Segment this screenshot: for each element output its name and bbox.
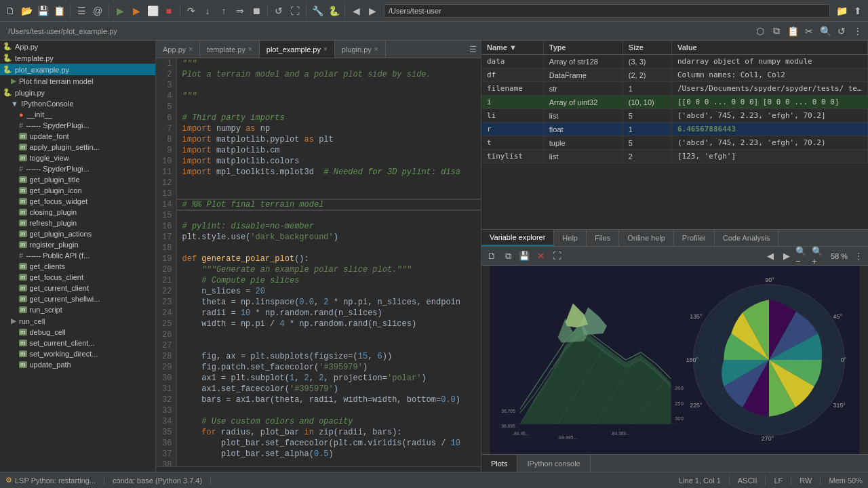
editor-tab-template_py[interactable]: template.py× [200, 41, 260, 58]
upload-icon[interactable]: ⬆ [850, 3, 865, 18]
plot-close-icon[interactable]: ✕ [533, 249, 548, 264]
step-over-icon[interactable]: ↷ [184, 3, 199, 18]
sidebar-item[interactable]: 🐍template.py [0, 52, 155, 64]
sidebar-item[interactable]: mrun_script [0, 304, 155, 315]
col-value[interactable]: Value [671, 41, 867, 55]
panel-tab-profiler[interactable]: Profiler [674, 230, 715, 246]
variable-row[interactable]: filenamestr1/Users/Documents/spyder/spyd… [481, 82, 868, 96]
col-size[interactable]: Size [623, 41, 671, 55]
refresh-icon[interactable]: ↺ [834, 24, 849, 39]
stop-icon[interactable]: ⏹ [249, 3, 264, 18]
sidebar-item[interactable]: mrefresh_plugin [0, 218, 155, 228]
search-icon[interactable]: 🔍 [818, 24, 833, 39]
tabs-menu-button[interactable]: ☰ [465, 41, 481, 58]
sidebar-item[interactable]: mget_focus_widget [0, 196, 155, 207]
rw-status[interactable]: RW [800, 476, 812, 485]
sidebar-item[interactable]: mset_working_direct... [0, 348, 155, 359]
col-type[interactable]: Type [543, 41, 623, 55]
plot-next-icon[interactable]: ▶ [779, 249, 794, 264]
sidebar-item[interactable]: mget_plugin_title [0, 174, 155, 185]
back-icon[interactable]: ◀ [349, 3, 363, 18]
tab-close-icon[interactable]: × [323, 45, 328, 53]
copy-icon[interactable]: ⧉ [769, 24, 784, 39]
folder-icon[interactable]: 📁 [834, 3, 849, 18]
sidebar-item[interactable]: mdebug_cell [0, 327, 155, 338]
maximize2-icon[interactable]: ⛶ [288, 3, 302, 18]
sidebar-item[interactable]: 🐍plugin.py [0, 87, 155, 98]
sidebar-item[interactable]: mget_current_client [0, 283, 155, 293]
panel-tab-help[interactable]: Help [554, 230, 587, 246]
editor-tab-App_py[interactable]: App.py× [156, 41, 200, 58]
paste-icon[interactable]: 📋 [785, 24, 800, 39]
tab-close-icon[interactable]: × [189, 45, 193, 53]
at-icon[interactable]: @ [90, 3, 105, 18]
sidebar-item[interactable]: ▶Plot final terrain model [0, 75, 155, 87]
lf-status[interactable]: LF [774, 476, 783, 485]
bottom-tab-plots[interactable]: Plots [481, 455, 517, 472]
panel-tab-files[interactable]: Files [587, 230, 619, 246]
forward-icon[interactable]: ▶ [365, 3, 380, 18]
sidebar-item[interactable]: mregister_plugin [0, 239, 155, 250]
sidebar-item[interactable]: #------ SpyderPlugi... [0, 120, 155, 131]
plot-prev-icon[interactable]: ◀ [763, 249, 778, 264]
tab-close-icon[interactable]: × [374, 45, 378, 53]
list-icon[interactable]: ☰ [74, 3, 89, 18]
sidebar-item[interactable]: mget_plugin_icon [0, 185, 155, 196]
new-pane-icon[interactable]: ⬡ [753, 24, 768, 39]
stop-debug-icon[interactable]: ■ [161, 3, 176, 18]
sidebar-item[interactable]: mget_clients [0, 261, 155, 272]
horiz-scrollbar[interactable] [156, 466, 481, 472]
variable-row[interactable]: dataArray of str128(3, 3)ndarray object … [481, 55, 868, 68]
sidebar-item[interactable]: mget_focus_client [0, 272, 155, 283]
step-out-icon[interactable]: ↑ [216, 3, 231, 18]
sidebar-item[interactable]: 🐍App.py [0, 41, 155, 52]
play-icon[interactable]: ▶ [113, 3, 127, 18]
zoom-out-icon[interactable]: 🔍− [795, 249, 810, 264]
settings-icon[interactable]: 🔧 [310, 3, 325, 18]
sidebar-item[interactable]: mget_current_shellwi... [0, 293, 155, 304]
panel-tab-code-analysis[interactable]: Code Analysis [715, 230, 779, 246]
plot-new-icon[interactable]: 🗋 [484, 249, 499, 264]
plot-copy-icon[interactable]: ⧉ [500, 249, 515, 264]
variable-row[interactable]: dfDataFrame(2, 2)Column names: Col1, Col… [481, 68, 868, 82]
save-icon[interactable]: 💾 [35, 3, 50, 18]
variable-row[interactable]: ttuple5('abcd', 745, 2.23, 'efgh', 70.2) [481, 136, 868, 150]
variable-row[interactable]: lilist5['abcd', 745, 2.23, 'efgh', 70.2] [481, 109, 868, 123]
editor-tab-plugin_py[interactable]: plugin.py× [335, 41, 386, 58]
sidebar-item[interactable]: #------ SpyderPlugi... [0, 163, 155, 174]
zoom-in-icon[interactable]: 🔍+ [812, 249, 827, 264]
step-into-icon[interactable]: ↓ [200, 3, 215, 18]
save-all-icon[interactable]: 📋 [52, 3, 66, 18]
sidebar-item[interactable]: mupdate_path [0, 359, 155, 370]
ascii-status[interactable]: ASCII [738, 476, 757, 485]
plot-save-icon[interactable]: 💾 [517, 249, 532, 264]
editor-tab-plot_example_py[interactable]: plot_example.py× [260, 41, 335, 58]
open-file-icon[interactable]: 📂 [19, 3, 34, 18]
sidebar-item[interactable]: ▶run_cell [0, 315, 155, 327]
cut-icon[interactable]: ✂ [802, 24, 816, 39]
reload-icon[interactable]: ↺ [271, 3, 286, 18]
plot-expand-icon[interactable]: ⛶ [549, 249, 564, 264]
maximize-icon[interactable]: ⬜ [145, 3, 160, 18]
more-icon[interactable]: ⋮ [850, 24, 865, 39]
code-editor[interactable]: 1"""2Plot a terrain model and a polar pl… [156, 58, 481, 466]
sidebar-item[interactable]: 🐍plot_example.py [0, 64, 155, 75]
debug-icon[interactable]: ▶ [129, 3, 144, 18]
bottom-tab-ipython-console[interactable]: IPython console [517, 455, 590, 472]
python-icon[interactable]: 🐍 [326, 3, 341, 18]
sidebar-item[interactable]: ▼IPythonConsole [0, 98, 155, 109]
variable-row[interactable]: tinylistlist2[123, 'efgh'] [481, 150, 868, 163]
tab-close-icon[interactable]: × [248, 45, 252, 53]
sidebar-item[interactable]: #------ Public API (f... [0, 250, 155, 261]
new-file-icon[interactable]: 🗋 [3, 3, 18, 18]
panel-tab-online-help[interactable]: Online help [619, 230, 674, 246]
sidebar-item[interactable]: mtoggle_view [0, 152, 155, 163]
sidebar-item[interactable]: mupdate_font [0, 131, 155, 142]
sidebar-item[interactable]: mset_current_client... [0, 338, 155, 348]
sidebar-item[interactable]: mget_plugin_actions [0, 228, 155, 239]
variable-row[interactable]: iArray of uint32(10, 10)[[0 0 0 ... 0 0 … [481, 96, 868, 109]
sidebar-item[interactable]: mclosing_plugin [0, 207, 155, 218]
plot-menu-button[interactable]: ⋮ [852, 251, 865, 261]
variable-row[interactable]: rfloat16.46567886443 [481, 123, 868, 136]
panel-tab-variable-explorer[interactable]: Variable explorer [481, 230, 554, 246]
